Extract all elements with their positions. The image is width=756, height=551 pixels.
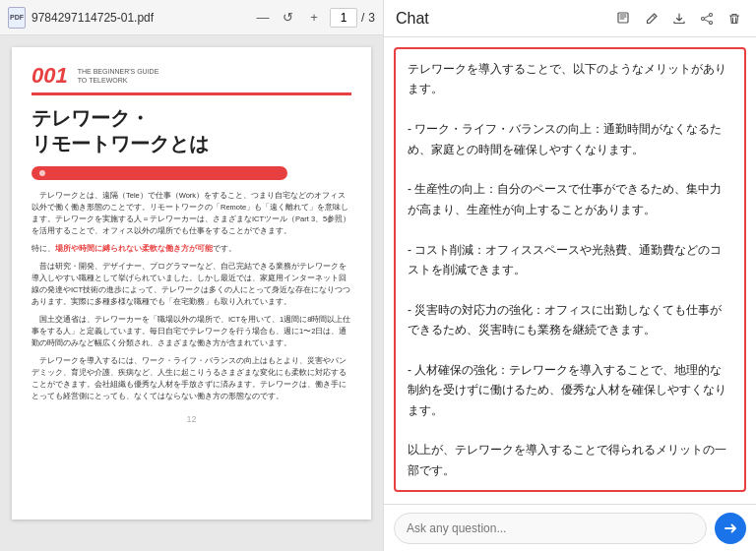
chat-input[interactable] bbox=[394, 513, 707, 544]
chat-panel: Chat bbox=[384, 0, 756, 551]
chat-send-button[interactable] bbox=[715, 513, 746, 544]
pdf-body-para-2: 昔は研究・開発、デザイナー、プログラマーなど、自己完結できる業務がテレワークを導… bbox=[32, 261, 351, 308]
share-icon-button[interactable] bbox=[697, 9, 717, 29]
pdf-highlight-bar bbox=[32, 166, 287, 180]
pdf-page-header: 001 THE BEGINNER'S GUIDE TO TELEWORK bbox=[32, 63, 351, 95]
edit-icon-button[interactable] bbox=[614, 9, 634, 29]
pdf-content[interactable]: 001 THE BEGINNER'S GUIDE TO TELEWORK テレワ… bbox=[0, 35, 383, 551]
pdf-body-para-4: テレワークを導入するには、ワーク・ライフ・バランスの向上はもとより、災害やパンデ… bbox=[32, 355, 351, 402]
undo-button[interactable]: ↺ bbox=[279, 8, 298, 28]
chat-messages[interactable]: テレワークを導入することで、以下のようなメリットがあります。 - ワーク・ライフ… bbox=[384, 37, 756, 504]
pdf-page-subtitle: THE BEGINNER'S GUIDE TO TELEWORK bbox=[78, 67, 159, 85]
pdf-toolbar: — ↺ + bbox=[253, 8, 324, 28]
pdf-body-para-1: テレワークとは、遠隔（Tele）で仕事（Work）をすること、つまり自宅などのオ… bbox=[32, 190, 351, 237]
pdf-page-footer: 12 bbox=[32, 414, 351, 424]
pdf-filename: 9784297114725-01.pdf bbox=[32, 11, 247, 25]
pencil-icon-button[interactable] bbox=[642, 9, 662, 29]
trash-icon-button[interactable] bbox=[724, 9, 744, 29]
pdf-body-highlight: 特に、場所や時間に縛られない柔軟な働き方が可能です。 bbox=[32, 243, 351, 255]
chat-response-text: テレワークを導入することで、以下のようなメリットがあります。 - ワーク・ライフ… bbox=[408, 62, 726, 477]
chat-input-area bbox=[384, 504, 756, 551]
chat-header: Chat bbox=[384, 0, 756, 37]
chat-title: Chat bbox=[396, 10, 614, 28]
svg-point-2 bbox=[702, 17, 705, 20]
svg-point-1 bbox=[710, 13, 713, 16]
pdf-page-title: テレワーク・ リモートワークとは bbox=[32, 105, 351, 156]
page-number-input[interactable] bbox=[330, 8, 357, 28]
chat-response-bubble: テレワークを導入することで、以下のようなメリットがあります。 - ワーク・ライフ… bbox=[394, 47, 746, 492]
page-total-count: 3 bbox=[368, 11, 375, 25]
highlight-dot bbox=[39, 170, 45, 176]
download-icon-button[interactable] bbox=[669, 9, 689, 29]
pdf-nav: / 3 bbox=[330, 8, 375, 28]
pdf-panel: PDF 9784297114725-01.pdf — ↺ + / 3 001 T… bbox=[0, 0, 384, 551]
pdf-page: 001 THE BEGINNER'S GUIDE TO TELEWORK テレワ… bbox=[12, 47, 371, 520]
minimize-button[interactable]: — bbox=[253, 8, 273, 28]
pdf-titlebar: PDF 9784297114725-01.pdf — ↺ + / 3 bbox=[0, 0, 383, 35]
pdf-page-number: 001 bbox=[32, 63, 68, 89]
zoom-in-button[interactable]: + bbox=[304, 8, 324, 28]
chat-header-actions bbox=[614, 9, 744, 29]
pdf-file-icon: PDF bbox=[8, 7, 26, 29]
page-total: / bbox=[361, 11, 364, 25]
svg-point-3 bbox=[710, 21, 713, 24]
pdf-body-para-3: 国土交通省は、テレワーカーを「職場以外の場所で、ICTを用いて、1週間に8時間以… bbox=[32, 314, 351, 349]
